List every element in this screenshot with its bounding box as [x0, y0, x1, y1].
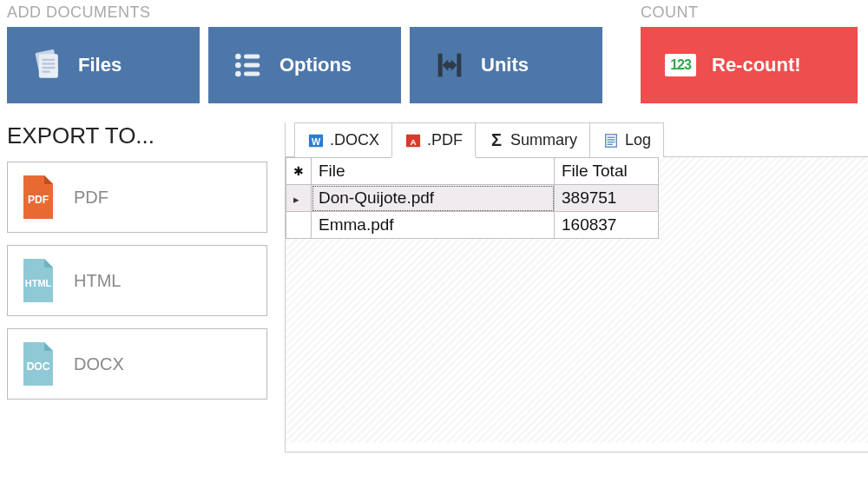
svg-rect-11	[244, 72, 260, 76]
svg-text:A: A	[410, 136, 416, 146]
svg-point-10	[235, 71, 241, 77]
svg-rect-9	[244, 63, 260, 68]
col-marker[interactable]: ✱	[286, 158, 312, 185]
svg-rect-23	[608, 139, 615, 140]
sigma-icon: Σ	[488, 132, 505, 149]
units-icon	[431, 46, 469, 84]
export-docx-button[interactable]: DOC DOCX	[7, 328, 267, 400]
files-button[interactable]: Files	[7, 27, 200, 103]
log-icon	[602, 132, 620, 149]
svg-rect-22	[608, 136, 615, 137]
export-pdf-label: PDF	[74, 188, 108, 208]
svg-rect-1	[39, 54, 58, 78]
row-marker	[286, 212, 312, 239]
file-cell[interactable]: Don-Quijote.pdf	[312, 185, 555, 212]
svg-text:W: W	[312, 135, 321, 146]
svg-rect-25	[608, 143, 613, 144]
options-button[interactable]: Options	[208, 27, 401, 103]
tab-summary[interactable]: Σ Summary	[475, 122, 590, 157]
svg-rect-13	[457, 54, 461, 77]
svg-text:HTML: HTML	[25, 278, 52, 288]
pdf-file-icon: PDF	[20, 174, 56, 221]
units-button[interactable]: Units	[410, 27, 602, 103]
tab-docx[interactable]: W .DOCX	[294, 122, 392, 157]
file-table: ✱ File File Total Don-Quijote.pdf389751E…	[286, 157, 659, 239]
units-label: Units	[481, 54, 529, 76]
svg-text:DOC: DOC	[27, 360, 50, 373]
svg-rect-5	[43, 70, 50, 72]
col-file-header[interactable]: File	[312, 158, 555, 185]
export-pdf-button[interactable]: PDF PDF	[7, 162, 267, 233]
total-cell: 160837	[555, 212, 659, 239]
html-file-icon: HTML	[20, 257, 56, 304]
svg-point-8	[235, 63, 241, 69]
recount-label: Re-count!	[712, 54, 801, 76]
tab-summary-label: Summary	[510, 131, 577, 149]
svg-text:PDF: PDF	[28, 194, 49, 206]
svg-rect-12	[438, 54, 443, 77]
export-docx-label: DOCX	[74, 354, 124, 374]
table-row[interactable]: Don-Quijote.pdf389751	[286, 185, 659, 212]
pdf-icon: A	[404, 132, 422, 149]
col-total-header[interactable]: File Total	[555, 158, 659, 185]
svg-rect-2	[43, 59, 56, 61]
tab-log[interactable]: Log	[589, 122, 664, 157]
total-cell: 389751	[555, 185, 659, 212]
options-icon	[229, 46, 267, 84]
export-to-heading: EXPORT TO...	[7, 122, 267, 149]
svg-rect-24	[608, 141, 615, 142]
table-row[interactable]: Emma.pdf160837	[286, 212, 659, 239]
tab-log-label: Log	[625, 131, 651, 149]
options-label: Options	[279, 54, 352, 76]
svg-rect-7	[244, 55, 260, 59]
svg-rect-3	[43, 63, 56, 64]
word-icon: W	[307, 132, 325, 149]
export-html-label: HTML	[74, 271, 121, 291]
file-cell[interactable]: Emma.pdf	[312, 212, 555, 239]
files-icon	[28, 46, 66, 84]
svg-rect-4	[43, 67, 56, 69]
svg-point-6	[235, 54, 241, 60]
count-heading: COUNT	[641, 3, 861, 22]
tab-pdf-label: .PDF	[427, 131, 463, 149]
tab-docx-label: .DOCX	[330, 131, 379, 149]
docx-file-icon: DOC	[20, 340, 56, 387]
tab-pdf[interactable]: A .PDF	[391, 122, 476, 157]
recount-button[interactable]: 123 Re-count!	[641, 27, 858, 103]
export-html-button[interactable]: HTML HTML	[7, 245, 267, 316]
files-label: Files	[78, 54, 122, 76]
recount-icon: 123	[661, 46, 700, 84]
svg-rect-21	[606, 134, 617, 146]
row-marker	[286, 185, 312, 212]
add-documents-heading: ADD DOCUMENTS	[7, 3, 632, 22]
